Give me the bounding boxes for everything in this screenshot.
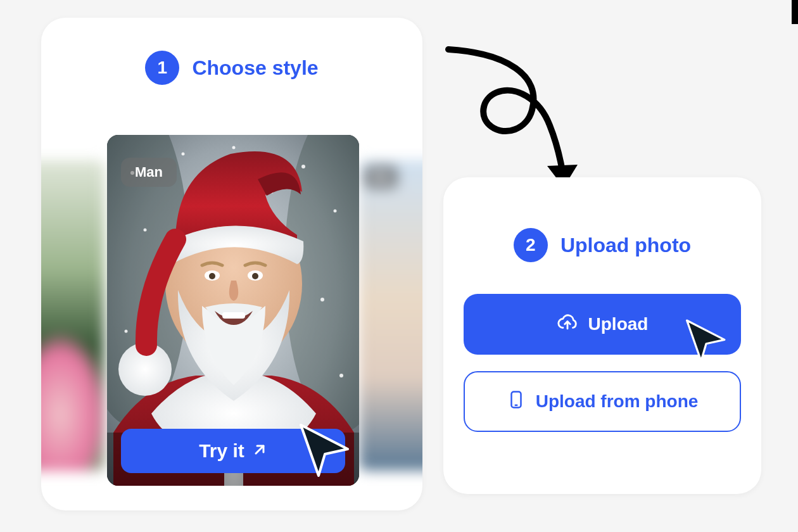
- svg-point-8: [320, 298, 324, 301]
- upload-photo-card: 2 Upload photo Upload Upload from phone: [443, 177, 761, 494]
- svg-point-21: [252, 273, 258, 279]
- svg-point-20: [209, 273, 215, 279]
- step-1-header: 1 Choose style: [41, 51, 422, 85]
- svg-point-4: [182, 153, 185, 156]
- svg-rect-17: [222, 312, 245, 319]
- try-it-button[interactable]: Try it: [121, 429, 345, 473]
- svg-point-7: [144, 229, 147, 232]
- choose-style-card: 1 Choose style Ma: [41, 18, 422, 510]
- svg-line-24: [256, 446, 263, 453]
- upload-button[interactable]: Upload: [464, 294, 741, 355]
- svg-point-6: [334, 210, 337, 213]
- step-2-header: 2 Upload photo: [464, 228, 741, 262]
- carousel-preview-right[interactable]: Ma: [359, 160, 422, 471]
- svg-point-5: [301, 165, 305, 168]
- try-it-label: Try it: [199, 440, 244, 462]
- side-badge-label: Ma: [364, 165, 398, 189]
- step-number-badge: 2: [514, 228, 548, 262]
- step-number-badge: 1: [145, 51, 179, 85]
- svg-point-10: [339, 374, 343, 377]
- svg-point-12: [232, 146, 236, 149]
- upload-label: Upload: [588, 314, 649, 334]
- corner-decoration: [792, 0, 798, 24]
- style-gender-badge: Man: [121, 158, 177, 187]
- style-carousel: Ma: [41, 135, 422, 487]
- phone-icon: [507, 390, 526, 414]
- svg-point-9: [125, 330, 128, 333]
- step-1-title: Choose style: [192, 56, 318, 80]
- cloud-upload-icon: [557, 312, 578, 338]
- step-2-title: Upload photo: [560, 234, 691, 257]
- arrow-up-right-icon: [252, 440, 267, 462]
- style-option-card[interactable]: Man Try it: [107, 135, 359, 486]
- upload-from-phone-button[interactable]: Upload from phone: [464, 371, 741, 432]
- upload-from-phone-label: Upload from phone: [536, 391, 699, 412]
- carousel-preview-left[interactable]: [41, 160, 104, 471]
